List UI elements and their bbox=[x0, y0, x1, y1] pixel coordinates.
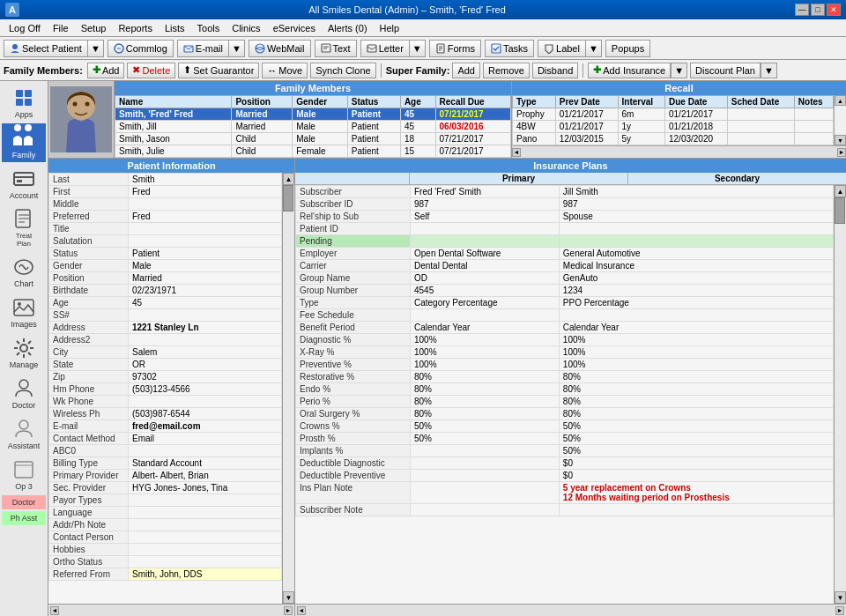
menu-clinics[interactable]: Clinics bbox=[226, 21, 265, 35]
patient-info-row[interactable]: Birthdate02/23/1971 bbox=[49, 285, 282, 297]
insurance-row[interactable]: TypeCategory PercentagePPO Percentage bbox=[296, 297, 834, 309]
menu-tools[interactable]: Tools bbox=[192, 21, 226, 35]
forms-button[interactable]: Forms bbox=[429, 40, 481, 57]
insurance-row[interactable]: Deductible Preventive$0 bbox=[296, 470, 834, 482]
sidebar-item-ph-asst[interactable]: Ph Asst bbox=[2, 511, 46, 525]
patient-info-row[interactable]: Contact MethodEmail bbox=[49, 433, 282, 445]
patient-info-row[interactable]: Title bbox=[49, 223, 282, 235]
patient-info-row[interactable]: StatusPatient bbox=[49, 248, 282, 260]
select-patient-button[interactable]: Select Patient bbox=[4, 40, 88, 57]
patient-info-row[interactable]: Referred FromSmith, John, DDS bbox=[49, 568, 282, 581]
insurance-row[interactable]: Fee Schedule bbox=[296, 309, 834, 322]
label-dropdown[interactable]: Label ▼ bbox=[538, 40, 602, 57]
patient-info-row[interactable]: SS# bbox=[49, 309, 282, 322]
info-scroll-up[interactable]: ▲ bbox=[283, 173, 294, 185]
email-dropdown[interactable]: E-mail ▼ bbox=[177, 40, 245, 57]
recall-scroll-up[interactable]: ▲ bbox=[835, 95, 846, 106]
patient-info-scrollbar[interactable]: ▲ ▼ bbox=[282, 173, 294, 604]
insurance-row[interactable]: X-Ray %100%100% bbox=[296, 346, 834, 359]
patient-info-row[interactable]: Zip97302 bbox=[49, 371, 282, 383]
recall-scroll-down[interactable]: ▼ bbox=[835, 135, 846, 145]
insurance-row[interactable]: SubscriberFred 'Fred' SmithJill Smith bbox=[296, 186, 834, 198]
text-button[interactable]: Text bbox=[315, 40, 357, 57]
patient-info-row[interactable]: E-mailfred@email.com bbox=[49, 420, 282, 433]
patient-info-row[interactable]: Salutation bbox=[49, 235, 282, 248]
insurance-row[interactable]: Deductible Diagnostic$0 bbox=[296, 457, 834, 470]
insurance-row[interactable]: EmployerOpen Dental SoftwareGeneral Auto… bbox=[296, 248, 834, 260]
patient-info-row[interactable]: Sec. ProviderHYG Jones- Jones, Tina bbox=[49, 482, 282, 494]
family-member-row[interactable]: Smith, JasonChildMalePatient1807/21/2017 bbox=[115, 133, 511, 145]
insurance-row[interactable]: Implants %50% bbox=[296, 445, 834, 457]
menu-setup[interactable]: Setup bbox=[76, 21, 112, 35]
patient-info-row[interactable]: PositionMarried bbox=[49, 272, 282, 285]
letter-button[interactable]: Letter bbox=[360, 40, 410, 57]
menu-lists[interactable]: Lists bbox=[160, 21, 190, 35]
patient-info-row[interactable]: Primary ProviderAlbert- Albert, Brian bbox=[49, 470, 282, 482]
delete-member-button[interactable]: ✖ Delete bbox=[127, 63, 175, 78]
insurance-row[interactable]: Restorative %80%80% bbox=[296, 371, 834, 383]
insurance-row[interactable]: Subscriber Note bbox=[296, 504, 834, 516]
info-h-left[interactable]: ◄ bbox=[50, 606, 59, 615]
synch-clone-button[interactable]: Synch Clone bbox=[310, 63, 375, 78]
menu-help[interactable]: Help bbox=[375, 21, 405, 35]
label-arrow[interactable]: ▼ bbox=[586, 40, 602, 57]
add-member-button[interactable]: ✚ Add bbox=[87, 63, 125, 78]
patient-info-row[interactable]: Address2 bbox=[49, 334, 282, 346]
patient-info-row[interactable]: PreferredFred bbox=[49, 211, 282, 223]
menu-logoff[interactable]: Log Off bbox=[4, 21, 46, 35]
ins-h-left[interactable]: ◄ bbox=[297, 606, 306, 615]
recall-row[interactable]: Pano12/03/20155y12/03/2020 bbox=[513, 133, 834, 145]
tasks-button[interactable]: Tasks bbox=[485, 40, 534, 57]
insurance-row[interactable]: Group Number45451234 bbox=[296, 285, 834, 297]
sidebar-item-doctor2[interactable]: Doctor bbox=[2, 495, 46, 509]
email-arrow[interactable]: ▼ bbox=[229, 40, 245, 57]
maximize-button[interactable]: □ bbox=[811, 4, 825, 16]
patient-info-row[interactable]: Contact Person bbox=[49, 531, 282, 544]
insurance-row[interactable]: Perio %80%80% bbox=[296, 396, 834, 408]
tasks-dropdown[interactable]: Tasks bbox=[485, 40, 534, 57]
close-button[interactable]: ✕ bbox=[827, 4, 841, 16]
insurance-row[interactable]: Preventive %100%100% bbox=[296, 359, 834, 371]
discount-plan-dropdown[interactable]: Discount Plan ▼ bbox=[690, 63, 777, 78]
patient-info-h-scroll[interactable]: ◄ ► bbox=[48, 604, 294, 616]
recall-scrollbar[interactable]: ▲ ▼ bbox=[834, 95, 846, 145]
menu-eservices[interactable]: eServices bbox=[268, 21, 321, 35]
info-h-right[interactable]: ► bbox=[284, 606, 293, 615]
sidebar-item-apps[interactable]: Apps bbox=[2, 83, 46, 122]
add-insurance-dropdown[interactable]: ✚ Add Insurance ▼ bbox=[588, 63, 687, 78]
patient-info-row[interactable]: Wk Phone bbox=[49, 396, 282, 408]
patient-info-row[interactable]: Hobbies bbox=[49, 544, 282, 556]
patient-info-row[interactable]: Wireless Ph(503)987-6544 bbox=[49, 408, 282, 420]
sf-add-button[interactable]: Add bbox=[452, 63, 480, 78]
family-member-row[interactable]: Smith, JillMarriedMalePatient4506/03/201… bbox=[115, 121, 511, 133]
menu-file[interactable]: File bbox=[48, 21, 74, 35]
recall-row[interactable]: 4BW01/21/20171y01/21/2018 bbox=[513, 121, 834, 133]
insurance-row[interactable]: Crowns %50%50% bbox=[296, 420, 834, 433]
sf-remove-button[interactable]: Remove bbox=[483, 63, 530, 78]
insurance-row[interactable]: Patient ID bbox=[296, 223, 834, 235]
webmail-button[interactable]: WebMail bbox=[249, 40, 311, 57]
insurance-row[interactable]: Endo %80%80% bbox=[296, 383, 834, 396]
minimize-button[interactable]: — bbox=[795, 4, 809, 16]
discount-plan-arrow[interactable]: ▼ bbox=[761, 63, 777, 78]
sidebar-item-images[interactable]: Images bbox=[2, 293, 46, 331]
info-scroll-thumb[interactable] bbox=[283, 185, 293, 212]
recall-h-scroll-left[interactable]: ◄ bbox=[512, 148, 521, 157]
patient-info-row[interactable]: CitySalem bbox=[49, 346, 282, 359]
patient-info-row[interactable]: ABC0 bbox=[49, 445, 282, 457]
patient-info-row[interactable]: Language bbox=[49, 507, 282, 519]
commlog-button[interactable]: Commlog bbox=[108, 40, 174, 57]
sidebar-item-account[interactable]: Account bbox=[2, 164, 46, 203]
add-insurance-button[interactable]: ✚ Add Insurance bbox=[588, 63, 671, 78]
sidebar-item-chart[interactable]: Chart bbox=[2, 252, 46, 291]
select-patient-arrow[interactable]: ▼ bbox=[88, 40, 104, 57]
insurance-h-scroll[interactable]: ◄ ► bbox=[295, 604, 846, 616]
patient-info-row[interactable]: Hm Phone(503)123-4566 bbox=[49, 383, 282, 396]
patient-info-row[interactable]: Addr/Ph Note bbox=[49, 519, 282, 531]
recall-row[interactable]: Prophy01/21/20176m01/21/2017 bbox=[513, 108, 834, 121]
patient-info-row[interactable]: FirstFred bbox=[49, 186, 282, 198]
recall-h-scrollbar[interactable]: ◄ ► bbox=[512, 145, 846, 158]
insurance-row[interactable]: Pending bbox=[296, 235, 834, 248]
letter-arrow[interactable]: ▼ bbox=[410, 40, 426, 57]
insurance-row[interactable]: Benefit PeriodCalendar YearCalendar Year bbox=[296, 322, 834, 334]
